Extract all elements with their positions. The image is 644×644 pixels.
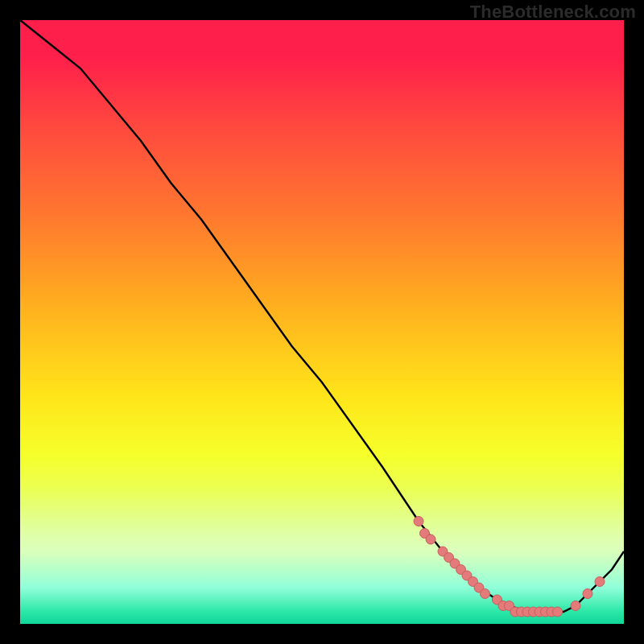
chart-frame: TheBottleneck.com — [0, 0, 644, 644]
marker-dot — [414, 517, 423, 526]
bottleneck-curve — [20, 20, 624, 612]
watermark-text: TheBottleneck.com — [470, 2, 636, 23]
marker-dot — [481, 589, 490, 599]
chart-svg — [20, 20, 624, 624]
flat-region-markers — [414, 517, 605, 617]
plot-area — [20, 20, 624, 624]
marker-dot — [595, 577, 605, 587]
marker-dot — [553, 607, 563, 617]
marker-dot — [426, 535, 436, 544]
marker-dot — [571, 601, 580, 611]
marker-dot — [583, 589, 592, 599]
